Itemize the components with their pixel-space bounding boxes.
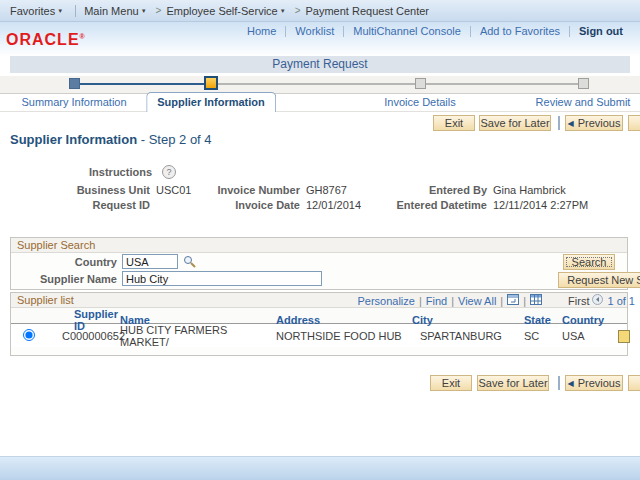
col-country: Country <box>562 314 616 326</box>
business-unit-value: USC01 <box>156 184 191 196</box>
col-supplier-id: Supplier ID <box>52 308 120 332</box>
step-marker-invoice <box>415 78 426 89</box>
tab-invoice-details[interactable]: Invoice Details <box>384 96 456 108</box>
col-state: State <box>524 314 562 326</box>
tab-supplier-information[interactable]: Supplier Information <box>146 92 276 112</box>
grid-pager: First 1 of 1 <box>568 294 635 307</box>
entered-by-label: Entered By <box>360 184 487 196</box>
grid-controls: Personalize| Find| View All| | First 1 o… <box>357 294 635 307</box>
breadcrumb: Favorites▼ Main Menu▼ > Employee Self-Se… <box>0 0 640 22</box>
cell-supplier-id: C000000652 <box>52 330 120 342</box>
section-heading: Supplier Information - Step 2 of 4 <box>10 132 212 147</box>
page-title: Payment Request <box>10 56 630 73</box>
invoice-number-label: Invoice Number <box>200 184 300 196</box>
exit-button-bottom[interactable]: Exit <box>430 375 472 391</box>
supplier-search-title: Supplier Search <box>17 239 95 252</box>
search-button[interactable]: Search <box>563 254 615 270</box>
exit-button[interactable]: Exit <box>433 115 475 131</box>
instructions-label: Instructions <box>0 166 152 178</box>
header-band: Home Worklist MultiChannel Console Add t… <box>0 22 640 56</box>
step-track-future <box>214 83 583 85</box>
worklist-link[interactable]: Worklist <box>295 25 334 37</box>
favorites-menu[interactable]: Favorites▼ <box>10 5 63 17</box>
pager-count: 1 of 1 <box>607 295 635 307</box>
col-city: City <box>412 314 524 326</box>
request-new-supplier-button[interactable]: Request New Supplier <box>558 272 640 288</box>
supplier-name-label: Supplier Name <box>11 273 117 285</box>
save-for-later-button[interactable]: Save for Later <box>479 115 551 131</box>
entered-by-value: Gina Hambrick <box>493 184 566 196</box>
previous-button[interactable]: ◀Previous <box>565 115 623 131</box>
request-id-label: Request ID <box>0 199 150 211</box>
next-button-clipped[interactable] <box>628 115 640 131</box>
cell-city: SPARTANBURG <box>412 330 524 342</box>
entered-datetime-label: Entered Datetime <box>360 199 487 211</box>
supplier-list-section: Supplier list Personalize| Find| View Al… <box>10 292 628 356</box>
previous-button-bottom[interactable]: ◀Previous <box>565 375 623 391</box>
view-all-link[interactable]: View All <box>458 295 496 307</box>
supplier-row-radio[interactable] <box>23 329 35 341</box>
top-links: Home Worklist MultiChannel Console Add t… <box>238 25 632 37</box>
supplier-search-header: Supplier Search <box>11 238 627 253</box>
breadcrumb-separator: > <box>295 5 301 16</box>
chevron-down-icon: ▼ <box>280 8 286 14</box>
help-icon[interactable]: ? <box>162 165 176 179</box>
next-button-bottom-clipped[interactable] <box>628 375 640 391</box>
invoice-date-label: Invoice Date <box>200 199 300 211</box>
chevron-down-icon: ▼ <box>141 8 147 14</box>
payment-request-page: { "breadcrumb": { "favorites": "Favorite… <box>0 0 640 480</box>
row-note-icon[interactable] <box>618 330 630 343</box>
supplier-list-title: Supplier list <box>17 294 74 307</box>
toolbar-divider <box>558 376 560 390</box>
supplier-list-header: Supplier list Personalize| Find| View Al… <box>11 293 627 308</box>
pager-first-label: First <box>568 295 589 307</box>
breadcrumb-divider <box>75 5 76 17</box>
breadcrumb-payment-request-center: Payment Request Center <box>306 5 430 17</box>
step-marker-review <box>578 78 589 89</box>
invoice-date-value: 12/01/2014 <box>306 199 361 211</box>
supplier-search-body: Country Supplier Name Search Request New… <box>11 253 627 290</box>
supplier-name-input[interactable] <box>122 271 322 286</box>
step-labels: Summary Information Supplier Information… <box>0 93 640 112</box>
sign-out-link[interactable]: Sign out <box>579 25 623 37</box>
cell-address: NORTHSIDE FOOD HUB <box>276 330 412 342</box>
step-indicator <box>0 76 640 94</box>
cell-name: HUB CITY FARMERS MARKET/ <box>120 324 276 348</box>
find-link[interactable]: Find <box>426 295 447 307</box>
multichannel-console-link[interactable]: MultiChannel Console <box>353 25 461 37</box>
grid-column-headers: Supplier ID Name Address City State Coun… <box>11 308 627 324</box>
chevron-down-icon: ▼ <box>57 8 63 14</box>
country-lookup-icon[interactable] <box>183 255 196 270</box>
supplier-search-section: Supplier Search Country Supplier Name Se… <box>10 237 628 290</box>
col-address: Address <box>276 314 412 326</box>
step-track-visited <box>74 83 214 85</box>
save-for-later-button-bottom[interactable]: Save for Later <box>477 375 549 391</box>
invoice-number-value: GH8767 <box>306 184 347 196</box>
cell-state: SC <box>524 330 562 342</box>
add-to-favorites-link[interactable]: Add to Favorites <box>480 25 560 37</box>
toolbar-divider <box>558 116 560 130</box>
zoom-popout-icon[interactable] <box>507 294 519 307</box>
footer-bar <box>0 456 640 480</box>
personalize-link[interactable]: Personalize <box>357 295 414 307</box>
oracle-logo: ORACLE® <box>6 31 86 49</box>
previous-arrow-icon: ◀ <box>568 379 574 388</box>
country-input[interactable] <box>122 254 178 269</box>
step-marker-summary <box>69 78 80 89</box>
tab-summary-information[interactable]: Summary Information <box>21 96 126 108</box>
download-grid-icon[interactable] <box>530 294 542 307</box>
tab-review-and-submit[interactable]: Review and Submit <box>536 96 631 108</box>
pager-first-icon[interactable] <box>592 294 603 307</box>
cell-country: USA <box>562 330 616 342</box>
main-menu[interactable]: Main Menu▼ <box>84 5 146 17</box>
home-link[interactable]: Home <box>247 25 276 37</box>
step-marker-supplier <box>204 76 218 90</box>
breadcrumb-employee-self-service[interactable]: Employee Self-Service▼ <box>166 5 285 17</box>
entered-datetime-value: 12/11/2014 2:27PM <box>493 199 588 211</box>
previous-arrow-icon: ◀ <box>568 119 574 128</box>
breadcrumb-separator: > <box>156 5 162 16</box>
country-label: Country <box>11 256 117 268</box>
business-unit-label: Business Unit <box>0 184 150 196</box>
